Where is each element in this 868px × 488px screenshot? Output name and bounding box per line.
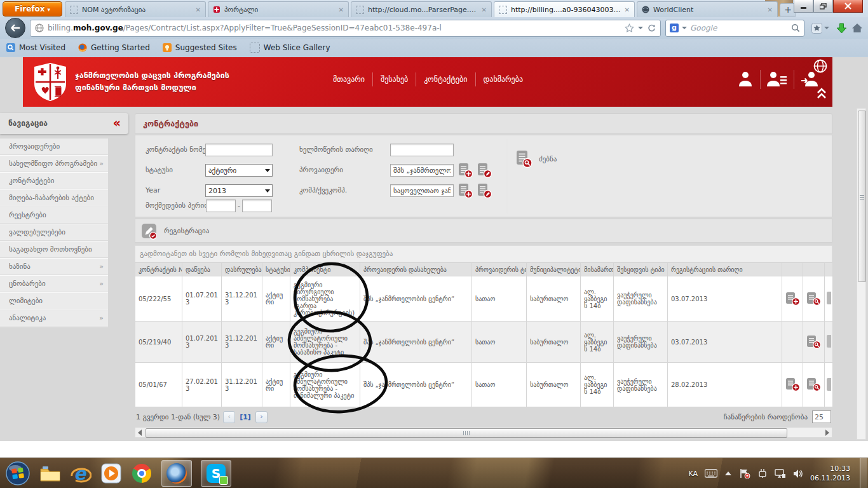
show-desktop-button[interactable]: [860, 458, 867, 488]
row-view-button[interactable]: [806, 334, 822, 349]
nav-about[interactable]: შესახებ: [373, 72, 416, 86]
language-globe-icon[interactable]: [813, 59, 827, 73]
current-page[interactable]: [1]: [240, 413, 251, 421]
firefox-menu-button[interactable]: Firefox▾: [3, 1, 62, 17]
sidebar-item-providers[interactable]: პროვაიდერები: [0, 139, 108, 156]
col-component[interactable]: კომპონენტი: [290, 263, 360, 276]
search-bar[interactable]: g Google: [665, 20, 804, 37]
next-page-button[interactable]: ›: [255, 411, 268, 423]
bookmarks-menu-button[interactable]: [809, 20, 832, 36]
col-registration-date[interactable]: რეგისტრაციის თარიღი: [668, 263, 782, 276]
component-input[interactable]: [390, 184, 454, 197]
sidebar-item-state-programs[interactable]: სახელმწიფო პროგრამები»: [0, 156, 108, 173]
taskbar-media-player[interactable]: [100, 463, 122, 484]
back-button[interactable]: [5, 18, 25, 38]
close-icon[interactable]: ✕: [339, 6, 344, 13]
col-status[interactable]: სტატუსი: [262, 263, 290, 276]
col-contract-number[interactable]: კონტრაქტის №: [135, 263, 182, 276]
nav-help[interactable]: დახმარება: [476, 72, 531, 86]
taskbar-firefox-active[interactable]: [161, 460, 192, 487]
taskbar-explorer[interactable]: [39, 463, 61, 484]
volume-icon[interactable]: [793, 469, 803, 478]
language-indicator[interactable]: KA: [688, 470, 698, 478]
row-view-button[interactable]: [806, 290, 822, 306]
col-procurement-type[interactable]: შესყიდვის ტიპი: [614, 263, 668, 276]
scroll-right-icon[interactable]: [825, 430, 829, 436]
keyboard-icon[interactable]: [705, 469, 717, 478]
vertical-scroll-thumb[interactable]: [858, 111, 866, 282]
nav-home[interactable]: მთავარი: [325, 72, 373, 86]
prev-page-button[interactable]: ‹: [223, 411, 235, 423]
sidebar-item-references[interactable]: ცნობარები»: [0, 276, 108, 293]
sidebar-item-obligations[interactable]: ვალდებულებები: [0, 224, 108, 241]
close-icon[interactable]: ✕: [768, 6, 773, 13]
signing-date-input[interactable]: [390, 144, 454, 156]
close-button[interactable]: [833, 0, 863, 13]
clock[interactable]: 10:33 06.11.2013: [810, 464, 853, 484]
taskbar-internet-explorer[interactable]: e: [70, 463, 92, 484]
sidebar-item-limits[interactable]: ლიმიტები: [0, 293, 108, 310]
provider-input[interactable]: [390, 164, 454, 177]
tab-worldclient[interactable]: WorldClient ✕: [637, 1, 778, 17]
tab-nom-authorization[interactable]: NOM ავტორიზაცია ✕: [65, 1, 206, 17]
records-input[interactable]: [812, 410, 831, 423]
downloads-button[interactable]: [836, 23, 847, 34]
sidebar-item-payment-requests[interactable]: საგადახდო მოთხოვნები: [0, 241, 108, 259]
tab-billing-active[interactable]: http://billing....a0-9360430033a8 ✕: [494, 1, 635, 17]
provider-edit-button[interactable]: [476, 162, 492, 179]
action-center-flag-icon[interactable]: [739, 468, 750, 478]
bookmark-suggested-sites[interactable]: Suggested Sites: [163, 43, 237, 52]
horizontal-scroll-thumb[interactable]: [146, 428, 787, 438]
user-profile-button[interactable]: [731, 70, 760, 89]
period-to-input[interactable]: [242, 200, 272, 212]
search-icon[interactable]: [791, 24, 800, 32]
sidebar-item-analytics[interactable]: ანალიტიკა»: [0, 310, 108, 327]
col-provider-name[interactable]: პროვაიდერის დასახელება: [360, 263, 472, 276]
row-add-act-button[interactable]: [785, 290, 801, 306]
col-address[interactable]: მისამართი: [581, 263, 614, 276]
period-from-input[interactable]: [206, 200, 236, 212]
hidden-icons-arrow[interactable]: [724, 471, 732, 476]
close-icon[interactable]: ✕: [625, 6, 630, 13]
network-icon[interactable]: [775, 469, 786, 478]
row-add-act-button[interactable]: [785, 376, 801, 392]
component-edit-button[interactable]: [476, 182, 492, 199]
collapse-header-icon[interactable]: [816, 86, 827, 99]
nav-contacts[interactable]: კონტაქტები: [416, 72, 475, 86]
url-bar[interactable]: billing.moh.gov.ge/Pages/Contract/List.a…: [30, 20, 661, 37]
reload-icon[interactable]: [647, 24, 656, 32]
start-button[interactable]: [5, 461, 31, 486]
url-dropdown-icon[interactable]: [638, 27, 643, 29]
sidebar-item-acceptance-acts[interactable]: მიღება-ჩაბარების აქტები: [0, 190, 108, 207]
taskbar-chrome[interactable]: [131, 463, 153, 484]
sidebar-item-treasury[interactable]: ხაზინა»: [0, 259, 108, 276]
table-row[interactable]: 05/01/67 27.02.2013 31.12.2013 აქტიური გ…: [135, 363, 833, 407]
contract-number-input[interactable]: [205, 144, 273, 156]
provider-add-button[interactable]: [457, 162, 473, 179]
search-contracts-button[interactable]: ძებნა: [514, 149, 557, 168]
close-icon[interactable]: ✕: [482, 6, 487, 13]
sidebar-item-contracts[interactable]: კონტრაქტები: [0, 173, 108, 190]
sidebar-item-registers[interactable]: რეესტრები: [0, 207, 108, 224]
sidebar-collapse-icon[interactable]: «: [113, 113, 121, 132]
taskbar-skype-active[interactable]: S: [201, 460, 231, 487]
col-start[interactable]: დაწყება: [182, 263, 222, 276]
tab-cloud-parserpage[interactable]: http://cloud.mo...ParserPage.aspx ✕: [351, 1, 492, 17]
bookmark-star-icon[interactable]: [625, 24, 634, 33]
table-row[interactable]: 05/222/55 01.07.2013 31.12.2013 აქტიური …: [135, 276, 833, 322]
scroll-left-icon[interactable]: [138, 430, 142, 436]
horizontal-scrollbar[interactable]: [135, 427, 832, 438]
col-municipality[interactable]: მუნიციპალიტეტი: [527, 263, 581, 276]
bookmark-getting-started[interactable]: Getting Started: [78, 43, 150, 52]
restore-button[interactable]: [813, 0, 833, 13]
year-select[interactable]: 2013: [205, 184, 273, 197]
tab-portal[interactable]: პორტალი ✕: [208, 1, 349, 17]
minimize-button[interactable]: [794, 0, 813, 13]
col-end[interactable]: დასრულება: [222, 263, 262, 276]
table-row[interactable]: 05/219/40 01.07.2013 31.12.2013 აქტიური …: [135, 322, 833, 363]
component-add-button[interactable]: [457, 182, 473, 199]
col-provider-type[interactable]: პროვაიდერის ტიპი: [472, 263, 527, 276]
user-list-button[interactable]: [760, 70, 794, 89]
vertical-scrollbar[interactable]: [857, 108, 866, 440]
registration-icon[interactable]: [141, 222, 158, 240]
